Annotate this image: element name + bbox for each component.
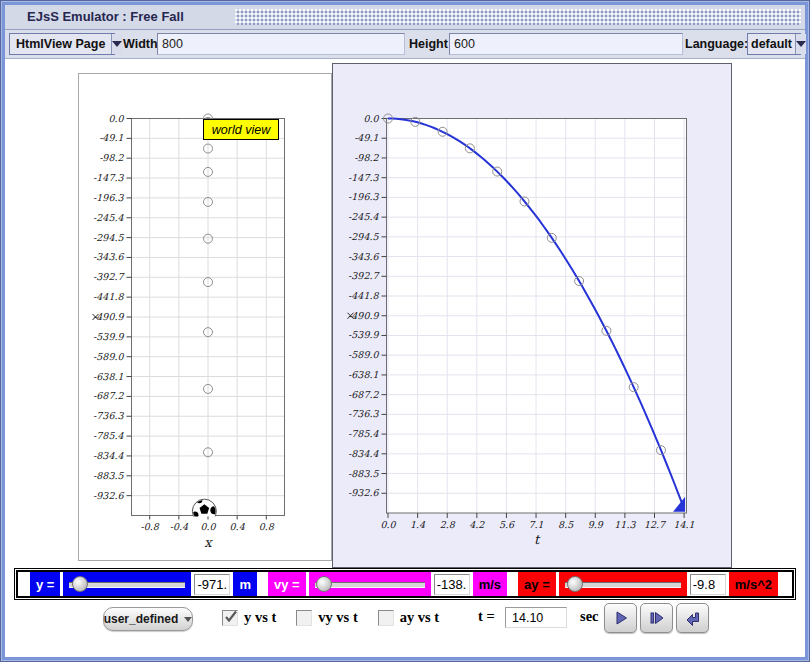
tick-label: -392.7 (93, 271, 125, 282)
tick-label: -147.3 (348, 172, 379, 183)
tick-label: -49.1 (99, 132, 123, 143)
tick-label: -343.6 (93, 251, 124, 262)
x-axis-label: x (204, 535, 213, 550)
reset-button[interactable] (676, 603, 709, 633)
tick-label: -638.1 (93, 371, 123, 382)
tick-label: -98.2 (354, 152, 379, 163)
time-field[interactable] (505, 607, 567, 628)
ay-value-field[interactable] (690, 574, 726, 595)
tick-label: -392.7 (348, 270, 380, 281)
checkbox-group-ay-vs-t[interactable]: ay vs t (378, 609, 439, 626)
vy-slider-thumb[interactable] (316, 576, 332, 592)
tick-label: -343.6 (348, 251, 379, 262)
ay-unit-label: m/s^2 (729, 572, 778, 596)
y-slider[interactable] (63, 572, 191, 596)
tick-label: -834.4 (348, 448, 379, 459)
step-forward-icon (648, 609, 666, 627)
tick-label: -638.1 (348, 369, 378, 380)
checkbox-group-y-vs-t[interactable]: y vs t (222, 609, 276, 626)
tick-label: 8.5 (558, 519, 574, 530)
checkbox-group-vy-vs-t[interactable]: vy vs t (296, 609, 357, 626)
tick-label: -932.6 (93, 490, 124, 501)
tick-label: -883.5 (93, 470, 124, 481)
tick-label: 0.0 (363, 113, 379, 124)
tick-label: -49.1 (354, 132, 378, 143)
vy-unit-label: m/s (473, 572, 507, 596)
reset-return-arrow-icon (684, 609, 702, 627)
chevron-down-icon (184, 617, 192, 622)
tick-label: -294.5 (93, 232, 124, 243)
tick-label: 1.4 (410, 519, 426, 530)
y-value-field[interactable] (194, 574, 230, 595)
y-label: y = (30, 572, 60, 596)
tick-label: 0.4 (230, 521, 246, 532)
vy-value-field[interactable] (434, 574, 470, 595)
language-label: Language: (685, 37, 748, 51)
tick-label: 12.7 (644, 519, 667, 530)
y-vs-t-graph-panel: 0.01.42.84.25.67.18.59.911.312.714.10.0-… (332, 63, 732, 568)
app-window: EJsS Emulator : Free Fall HtmlView Page … (0, 0, 810, 662)
checkbox-unchecked[interactable] (296, 610, 312, 626)
tick-label: 4.2 (469, 519, 485, 530)
tick-label: 0.0 (200, 521, 216, 532)
ay-slider-thumb[interactable] (567, 576, 583, 592)
window-content: EJsS Emulator : Free Fall HtmlView Page … (5, 5, 805, 657)
language-value: default (748, 37, 795, 51)
y-unit-label: m (233, 572, 257, 596)
tick-label: 11.3 (614, 519, 636, 530)
ay-slider[interactable] (559, 572, 687, 596)
world-view-plot: -0.8-0.40.00.40.80.0-49.1-98.2-147.3-196… (79, 74, 331, 560)
tick-label: -490.9 (348, 310, 379, 321)
step-button[interactable] (640, 603, 673, 633)
width-field[interactable] (157, 33, 405, 55)
checkbox-label: vy vs t (318, 609, 357, 626)
tick-label: -490.9 (93, 311, 124, 322)
tick-label: 0.0 (108, 113, 124, 124)
vy-slider[interactable] (309, 572, 431, 596)
checkbox-label: y vs t (244, 609, 276, 626)
tick-label: -883.5 (348, 468, 379, 479)
preset-dropdown[interactable]: user_defined (103, 607, 193, 631)
time-unit-label: sec (580, 608, 599, 625)
world-view-panel: -0.8-0.40.00.40.80.0-49.1-98.2-147.3-196… (78, 73, 332, 561)
tick-label: -0.4 (170, 521, 189, 532)
window-title: EJsS Emulator : Free Fall (27, 9, 184, 24)
tick-label: -196.3 (93, 192, 124, 203)
tick-label: -147.3 (93, 172, 124, 183)
page-type-dropdown[interactable]: HtmlView Page (9, 33, 115, 55)
y-slider-thumb[interactable] (72, 576, 88, 592)
tick-label: 0.8 (259, 521, 275, 532)
tick-label: -589.0 (93, 351, 124, 362)
language-dropdown-button[interactable] (795, 34, 806, 54)
chevron-down-icon (796, 41, 806, 47)
checkbox-checked[interactable] (222, 610, 238, 626)
page-type-dropdown-button[interactable] (111, 34, 122, 54)
tick-label: 7.1 (528, 519, 543, 530)
ay-label: ay = (518, 572, 556, 596)
tick-label: -441.8 (93, 291, 124, 302)
checkbox-row: y vs tvy vs tay vs t (222, 609, 439, 626)
page-type-label: HtmlView Page (10, 37, 111, 51)
play-icon (612, 609, 630, 627)
main-area: -0.8-0.40.00.40.80.0-49.1-98.2-147.3-196… (5, 59, 805, 568)
tick-label: -736.3 (93, 410, 124, 421)
tick-label: -196.3 (348, 191, 379, 202)
tick-label: -687.2 (348, 389, 379, 400)
time-label: t = (478, 608, 495, 625)
tick-label: -589.0 (348, 349, 379, 360)
slider-bar: y = m vy = m/s ay = (14, 568, 796, 600)
checkbox-unchecked[interactable] (378, 610, 394, 626)
tick-label: 5.6 (499, 519, 515, 530)
language-dropdown[interactable]: default (747, 33, 801, 55)
tick-label: -834.4 (93, 450, 124, 461)
tick-label: -294.5 (348, 231, 379, 242)
slider-bar-inner: y = m vy = m/s ay = (16, 570, 794, 598)
tick-label: -785.4 (348, 428, 379, 439)
x-axis-label: t (534, 532, 541, 547)
play-button[interactable] (604, 603, 637, 633)
title-bar[interactable]: EJsS Emulator : Free Fall (5, 5, 805, 30)
preset-value: user_defined (104, 612, 179, 626)
tick-label: 9.9 (588, 519, 604, 530)
tick-label: -736.3 (348, 408, 379, 419)
height-field[interactable] (449, 33, 683, 55)
